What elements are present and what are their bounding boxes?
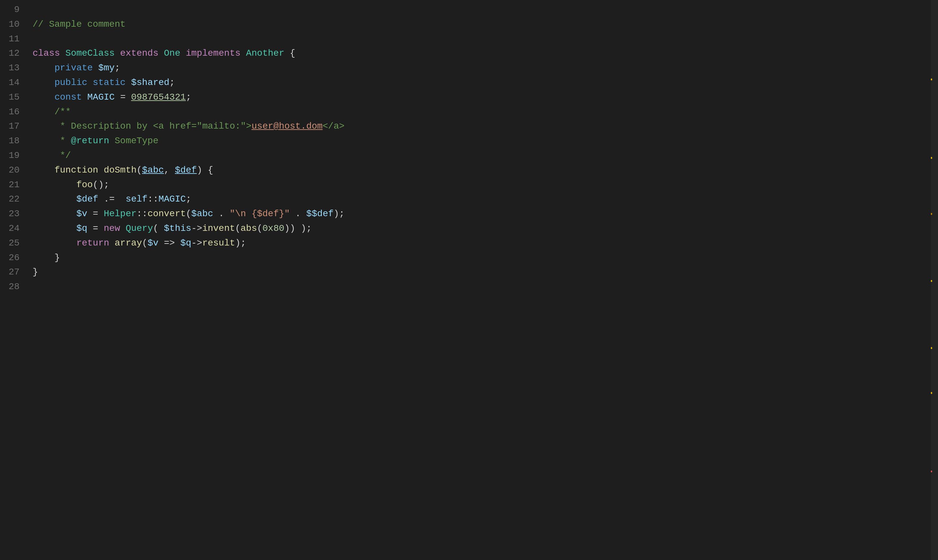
line-num-19: 19 <box>0 148 20 163</box>
code-line-24: $q = new Query( $this->invent(abs(0x80))… <box>32 222 938 236</box>
classname-another: Another <box>246 48 284 58</box>
hex-0x80: 0x80 <box>262 223 284 234</box>
close-semi2: ); <box>235 238 246 248</box>
arrow2: -> <box>191 238 202 248</box>
param-abc: $abc <box>142 165 164 175</box>
paren-semi: (); <box>93 180 109 190</box>
brace-close: } <box>32 267 38 277</box>
scrollbar-track[interactable] <box>931 0 938 560</box>
method-result: result <box>202 238 235 248</box>
indent <box>32 165 54 175</box>
scrollbar-marker-7 <box>931 471 932 472</box>
line-num-17: 17 <box>0 119 20 134</box>
indent <box>32 194 76 204</box>
punc-brace-open: { <box>284 48 296 58</box>
comment-sample: // Sample comment <box>32 19 126 29</box>
code-line-14: public static $shared; <box>32 75 938 90</box>
number-magic-value: 0987654321 <box>131 92 186 102</box>
close-semi: ); <box>334 209 345 219</box>
indent <box>32 151 60 160</box>
paren3: ( <box>257 223 262 234</box>
docblock-desc-suffix: </a> <box>323 121 345 131</box>
keyword-private: private <box>54 63 98 73</box>
indent <box>32 121 60 131</box>
double-colon: :: <box>148 194 159 204</box>
self-kw: self <box>126 194 148 204</box>
code-line-12: class SomeClass extends One implements A… <box>32 46 938 61</box>
line-num-10: 10 <box>0 17 20 32</box>
classname-helper: Helper <box>103 209 137 219</box>
semi: ; <box>115 63 120 73</box>
classname-query: Query <box>126 223 153 234</box>
keyword-new: new <box>103 223 125 234</box>
indent <box>32 107 54 117</box>
code-line-25: return array($v => $q->result); <box>32 236 938 251</box>
line-num-9: 9 <box>0 3 20 17</box>
paren-space: ( <box>153 223 164 234</box>
indent <box>32 63 54 73</box>
indent <box>32 223 76 234</box>
fat-arrow: => <box>158 238 180 248</box>
scrollbar-marker-3 <box>931 213 932 215</box>
editor-container: 9 10 11 12 13 14 15 16 17 18 19 20 21 22… <box>0 0 938 560</box>
var-v: $v <box>76 209 87 219</box>
docblock-desc-prefix: * Description by <a href="mailto:"> <box>60 121 251 131</box>
double-colon2: :: <box>137 209 148 219</box>
var-def-assign: $def <box>76 194 98 204</box>
indent <box>32 136 60 146</box>
method-array: array <box>115 238 142 248</box>
code-line-20: function doSmth($abc, $def) { <box>32 163 938 178</box>
scrollbar-marker-1 <box>931 78 932 80</box>
scrollbar-marker-5 <box>931 347 932 349</box>
scrollbar-marker-4 <box>931 280 932 282</box>
arrow1: -> <box>191 223 202 234</box>
method-invent: invent <box>202 223 235 234</box>
line-num-23: 23 <box>0 207 20 222</box>
var-abc: $abc <box>191 209 213 219</box>
scrollbar-marker-6 <box>931 392 932 394</box>
email-link[interactable]: user@host.dom <box>251 121 322 131</box>
semi: ; <box>186 92 191 102</box>
indent <box>32 92 54 102</box>
line-num-24: 24 <box>0 222 20 236</box>
line-num-16: 16 <box>0 105 20 120</box>
method-convert: convert <box>148 209 186 219</box>
eq: = <box>87 223 103 234</box>
code-line-16: /** <box>32 105 938 120</box>
code-line-9 <box>32 3 938 17</box>
code-line-13: private $my; <box>32 61 938 75</box>
line-num-12: 12 <box>0 46 20 61</box>
paren-open: ( <box>137 165 142 175</box>
scrollbar-marker-2 <box>931 157 932 159</box>
indent <box>32 209 76 219</box>
code-line-26: } <box>32 251 938 265</box>
line-num-21: 21 <box>0 178 20 192</box>
keyword-function: function <box>54 165 103 175</box>
keyword-static: static <box>93 77 131 88</box>
comma: , <box>164 165 175 175</box>
paren2: ( <box>235 223 241 234</box>
code-line-27: } <box>32 265 938 280</box>
const-magic-ref: MAGIC <box>158 194 186 204</box>
keyword-class: class <box>32 48 65 58</box>
dot-eq: .= <box>99 194 126 204</box>
indent <box>32 238 76 248</box>
var-q: $q <box>76 223 87 234</box>
method-dosmth: doSmth <box>103 165 137 175</box>
call-foo: foo <box>76 180 92 190</box>
var-my: $my <box>99 63 115 73</box>
string-template: "\n {$def}" <box>229 209 290 219</box>
code-line-23: $v = Helper::convert($abc . "\n {$def}" … <box>32 207 938 222</box>
var-shared: $shared <box>131 77 169 88</box>
keyword-return: return <box>76 238 115 248</box>
line-num-27: 27 <box>0 265 20 280</box>
eq: = <box>120 92 131 102</box>
code-area[interactable]: // Sample comment class SomeClass extend… <box>26 0 938 560</box>
dot2: . <box>290 209 306 219</box>
scrollbar-gutter[interactable] <box>931 0 938 560</box>
var-this: $this <box>164 223 191 234</box>
line-num-13: 13 <box>0 61 20 75</box>
method-abs: abs <box>241 223 257 234</box>
indent: } <box>32 253 60 263</box>
code-line-17: * Description by <a href="mailto:">user@… <box>32 119 938 134</box>
